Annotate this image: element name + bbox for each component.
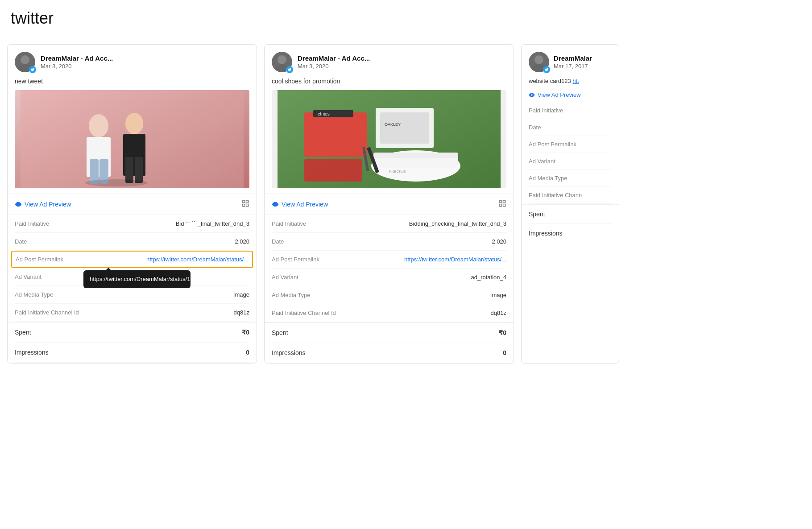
card-1-paid-initiative-row: Paid Initiative Bid " ' `` _final_twitte…: [15, 215, 249, 233]
svg-rect-37: [499, 200, 501, 203]
card-2-impressions-label: Impressions: [272, 349, 305, 356]
svg-rect-11: [125, 157, 133, 183]
avatar-1: [15, 52, 35, 72]
card-2-impressions-row: Impressions 0: [272, 343, 506, 363]
card-2-spent-label: Spent: [272, 329, 288, 336]
card-1-image: [15, 90, 249, 188]
ad-card-partial: DreamMalar Mar 17, 2017 website card123 …: [521, 44, 619, 364]
partial-spent-row: Spent: [529, 205, 612, 224]
svg-rect-38: [503, 200, 505, 203]
card-2-channel-value: dq81z: [491, 310, 506, 316]
partial-field-label-1: Date: [529, 124, 541, 131]
partial-spent-label: Spent: [529, 211, 545, 218]
avatar-2: [272, 52, 292, 72]
card-1-fields: Paid Initiative Bid " ' `` _final_twitte…: [8, 215, 257, 322]
card-1-impressions-label: Impressions: [15, 349, 48, 356]
card-2-image: etnies OAKLEY KNECKLE: [272, 90, 506, 188]
card-2-paid-initiative-label: Paid Initiative: [272, 220, 306, 227]
partial-account-date: Mar 17, 2017: [554, 63, 592, 70]
svg-point-19: [278, 55, 286, 64]
partial-impressions-row: Impressions: [529, 224, 612, 243]
ad-card-2: DreamMalar - Ad Acc... Mar 3, 2020 cool …: [264, 44, 514, 364]
card-1-view-preview[interactable]: View Ad Preview: [15, 201, 71, 208]
svg-point-0: [21, 55, 29, 64]
svg-rect-23: [304, 112, 367, 157]
svg-rect-40: [499, 204, 501, 207]
card-2-header: DreamMalar - Ad Acc... Mar 3, 2020: [265, 45, 514, 76]
svg-rect-33: [304, 159, 362, 182]
card-2-paid-initiative-value: Bidding_checking_final_twitter_dnd_3: [409, 220, 506, 227]
card-1-spent-section: Spent ₹0 Impressions 0: [8, 322, 257, 363]
card-1-media-type-value: Image: [233, 291, 249, 298]
card-1-date-row: Date 2,020: [15, 233, 249, 251]
card-2-permalink-label: Ad Post Permalink: [272, 256, 319, 263]
card-2-account-info: DreamMalar - Ad Acc... Mar 3, 2020: [298, 54, 370, 70]
card-1-actions: View Ad Preview: [8, 194, 257, 215]
card-1-tweet-text: new tweet: [8, 76, 257, 90]
card-1-channel-row: Paid Initiative Channel Id dq81z: [15, 304, 249, 322]
svg-point-41: [534, 55, 543, 64]
card-2-variant-label: Ad Variant: [272, 274, 298, 281]
svg-point-14: [17, 203, 19, 205]
card-2-spent-row: Spent ₹0: [272, 323, 506, 343]
partial-field-date: Date: [529, 119, 612, 136]
card-1-image-svg: [15, 90, 249, 188]
page-title: twitter: [11, 9, 801, 28]
svg-point-43: [531, 94, 533, 96]
card-1-channel-value: dq81z: [234, 309, 249, 316]
partial-view-preview[interactable]: View Ad Preview: [522, 88, 619, 102]
partial-spent-section: Spent Impressions: [522, 204, 619, 243]
partial-impressions-label: Impressions: [529, 230, 562, 237]
partial-field-label-0: Paid Initiative: [529, 107, 563, 114]
card-2-fields: Paid Initiative Bidding_checking_final_t…: [265, 215, 514, 322]
card-1-variant-row: Ad Variant: [15, 268, 249, 286]
card-2-date-label: Date: [272, 238, 284, 245]
card-1-date-value: 2,020: [235, 238, 249, 245]
partial-header: DreamMalar Mar 17, 2017: [522, 45, 619, 76]
svg-rect-17: [246, 204, 249, 207]
card-2-variant-row: Ad Variant ad_rotation_4: [272, 269, 506, 286]
svg-rect-31: [373, 153, 458, 158]
card-2-expand-icon[interactable]: [498, 199, 506, 209]
ad-card-1: DreamMalar - Ad Acc... Mar 3, 2020 new t…: [7, 44, 257, 364]
partial-fields: Paid Initiative Date Ad Post Permalink A…: [522, 102, 619, 204]
svg-rect-15: [242, 200, 244, 203]
card-2-image-svg: etnies OAKLEY KNECKLE: [272, 90, 506, 188]
avatar-partial: [529, 52, 549, 72]
card-1-permalink-value: https://twitter.com/DreamMalar/status/..…: [146, 256, 249, 263]
card-2-channel-label: Paid Initiative Channel Id: [272, 310, 336, 316]
card-1-impressions-row: Impressions 0: [15, 343, 249, 363]
card-1-media-type-label: Ad Media Type: [15, 291, 53, 298]
partial-field-channel: Paid Initiative Chann: [529, 187, 612, 204]
card-2-permalink-row: Ad Post Permalink https://twitter.com/Dr…: [272, 251, 506, 269]
card-2-view-preview[interactable]: View Ad Preview: [272, 201, 328, 208]
partial-tweet-link[interactable]: htt: [572, 78, 579, 84]
partial-account-name: DreamMalar: [554, 54, 592, 62]
card-2-spent-value: ₹0: [499, 329, 506, 336]
partial-field-label-4: Ad Media Type: [529, 175, 567, 182]
card-1-account-info: DreamMalar - Ad Acc... Mar 3, 2020: [41, 54, 113, 70]
card-2-media-type-row: Ad Media Type Image: [272, 286, 506, 304]
card-1-channel-label: Paid Initiative Channel Id: [15, 309, 79, 316]
svg-point-13: [85, 179, 148, 186]
card-1-paid-initiative-value: Bid " ' `` _final_twitter_dnd_3: [176, 220, 249, 227]
twitter-badge-1: [29, 66, 36, 73]
svg-rect-39: [503, 204, 505, 207]
card-1-permalink-row: Ad Post Permalink https://twitter.com/Dr…: [11, 251, 253, 268]
card-1-date-label: Date: [15, 238, 27, 245]
svg-text:KNECKLE: KNECKLE: [389, 169, 406, 174]
card-2-spent-section: Spent ₹0 Impressions 0: [265, 322, 514, 363]
card-2-account-name: DreamMalar - Ad Acc...: [298, 54, 370, 62]
card-1-account-date: Mar 3, 2020: [41, 63, 113, 70]
card-1-permalink-label: Ad Post Permalink: [16, 256, 63, 263]
card-2-media-type-value: Image: [490, 292, 506, 298]
eye-icon-1: [15, 201, 22, 208]
card-1-impressions-value: 0: [246, 349, 249, 356]
card-2-actions: View Ad Preview: [265, 194, 514, 215]
partial-account-info: DreamMalar Mar 17, 2017: [554, 54, 592, 70]
card-1-account-name: DreamMalar - Ad Acc...: [41, 54, 113, 62]
card-1-expand-icon[interactable]: [241, 199, 249, 209]
partial-field-label-3: Ad Variant: [529, 158, 555, 165]
card-2-date-row: Date 2,020: [272, 233, 506, 251]
page-wrapper: twitter: [0, 0, 812, 372]
